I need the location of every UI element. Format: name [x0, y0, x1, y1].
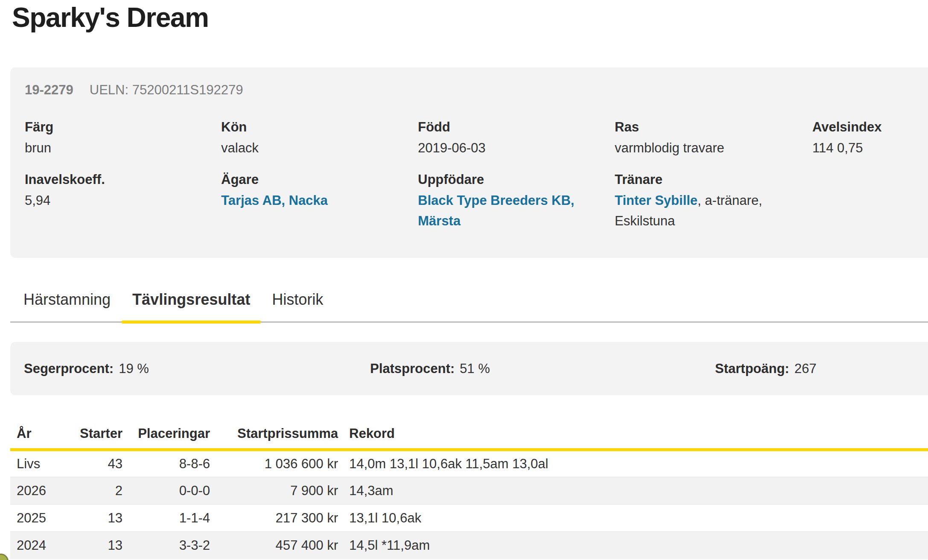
- cell-prize: 457 400 kr: [210, 532, 338, 559]
- field-value: Tinter Sybille, a-tränare, Eskilstuna: [615, 190, 798, 231]
- field-value: varmblodig travare: [615, 138, 798, 158]
- cell-record: 14,3am: [338, 477, 928, 505]
- field-inavelskoeff: Inavelskoeff. 5,94: [25, 172, 221, 231]
- cell-placements: 8-8-6: [123, 450, 210, 477]
- tab-tavlingsresultat[interactable]: Tävlingsresultat: [122, 291, 261, 321]
- cell-prize: 1 036 600 kr: [210, 450, 338, 477]
- table-row: 2024 13 3-3-2 457 400 kr 14,5l *11,9am: [10, 532, 928, 559]
- trainer-link[interactable]: Tinter Sybille: [615, 193, 697, 208]
- col-header-prize: Startprissumma: [210, 422, 338, 450]
- field-label: Avelsindex: [812, 119, 915, 135]
- col-header-record: Rekord: [338, 422, 928, 450]
- field-label: Ras: [615, 119, 812, 135]
- registration-line: 19-2279 UELN: 75200211S192279: [25, 82, 243, 98]
- tab-historik[interactable]: Historik: [272, 291, 323, 321]
- cell-placements: 3-3-2: [123, 532, 210, 559]
- field-farg: Färg brun: [25, 119, 221, 158]
- table-header-row: År Starter Placeringar Startprissumma Re…: [10, 422, 928, 450]
- col-header-year: År: [10, 422, 79, 450]
- field-kon: Kön valack: [221, 119, 418, 158]
- field-avelsindex: Avelsindex 114 0,75: [812, 119, 915, 158]
- field-fodd: Född 2019-06-03: [418, 119, 615, 158]
- stat-startpoang: Startpoäng:267: [715, 361, 817, 377]
- owner-link[interactable]: Tarjas AB, Nacka: [221, 193, 328, 208]
- cell-record: 14,0m 13,1l 10,6ak 11,5am 13,0al: [338, 450, 928, 477]
- field-label: Född: [418, 119, 615, 135]
- field-label: Kön: [221, 119, 418, 135]
- cell-year: 2024: [10, 532, 79, 559]
- field-value: 114 0,75: [812, 138, 915, 158]
- cell-year: Livs: [10, 450, 79, 477]
- ueln-number: UELN: 75200211S192279: [90, 82, 243, 98]
- cell-placements: 0-0-0: [123, 477, 210, 505]
- results-table: År Starter Placeringar Startprissumma Re…: [10, 422, 928, 559]
- cell-prize: 7 900 kr: [210, 477, 338, 505]
- cell-starts: 2: [79, 477, 123, 505]
- col-header-placements: Placeringar: [123, 422, 210, 450]
- stat-platsprocent: Platsprocent:51 %: [370, 361, 490, 377]
- table-row: Livs 43 8-8-6 1 036 600 kr 14,0m 13,1l 1…: [10, 450, 928, 477]
- field-agare: Ägare Tarjas AB, Nacka: [221, 172, 418, 231]
- field-tranare: Tränare Tinter Sybille, a-tränare, Eskil…: [615, 172, 812, 231]
- cell-starts: 13: [79, 532, 123, 559]
- stats-bar: Segerprocent:19 % Platsprocent:51 % Star…: [10, 342, 928, 395]
- field-value: Tarjas AB, Nacka: [221, 190, 405, 211]
- field-uppfodare: Uppfödare Black Type Breeders KB, Märsta: [418, 172, 615, 231]
- field-label: Ägare: [221, 172, 418, 188]
- field-label: Uppfödare: [418, 172, 615, 188]
- cell-prize: 217 300 kr: [210, 505, 338, 532]
- table-row: 2025 13 1-1-4 217 300 kr 13,1l 10,6ak: [10, 505, 928, 532]
- breeder-link[interactable]: Black Type Breeders KB, Märsta: [418, 193, 574, 228]
- stat-label: Startpoäng:: [715, 361, 789, 376]
- tab-bar: Härstamning Tävlingsresultat Historik: [10, 291, 928, 323]
- cell-record: 13,1l 10,6ak: [338, 505, 928, 532]
- page-title: Sparky's Dream: [12, 1, 208, 34]
- field-empty: [812, 172, 915, 231]
- table-row: 2026 2 0-0-0 7 900 kr 14,3am: [10, 477, 928, 505]
- field-value: 2019-06-03: [418, 138, 601, 158]
- col-header-starts: Starter: [79, 422, 123, 450]
- corner-button-fragment[interactable]: [0, 554, 9, 560]
- stat-label: Platsprocent:: [370, 361, 455, 376]
- cell-placements: 1-1-4: [123, 505, 210, 532]
- stat-value: 19 %: [119, 361, 149, 376]
- tab-harstamning[interactable]: Härstamning: [23, 291, 111, 321]
- field-ras: Ras varmblodig travare: [615, 119, 812, 158]
- field-value: Black Type Breeders KB, Märsta: [418, 190, 601, 231]
- cell-starts: 13: [79, 505, 123, 532]
- field-label: Färg: [25, 119, 221, 135]
- field-value: 5,94: [25, 190, 208, 211]
- field-value: brun: [25, 138, 208, 158]
- cell-year: 2025: [10, 505, 79, 532]
- stat-value: 51 %: [460, 361, 490, 376]
- cell-starts: 43: [79, 450, 123, 477]
- cell-record: 14,5l *11,9am: [338, 532, 928, 559]
- stat-value: 267: [794, 361, 817, 376]
- horse-info-grid: Färg brun Kön valack Född 2019-06-03 Ras…: [25, 119, 915, 231]
- field-label: Inavelskoeff.: [25, 172, 221, 188]
- stat-label: Segerprocent:: [24, 361, 114, 376]
- stat-segerprocent: Segerprocent:19 %: [24, 361, 149, 377]
- horse-info-panel: 19-2279 UELN: 75200211S192279 Färg brun …: [10, 67, 928, 258]
- field-label: Tränare: [615, 172, 812, 188]
- field-value: valack: [221, 138, 405, 158]
- cell-year: 2026: [10, 477, 79, 505]
- registration-number: 19-2279: [25, 82, 73, 98]
